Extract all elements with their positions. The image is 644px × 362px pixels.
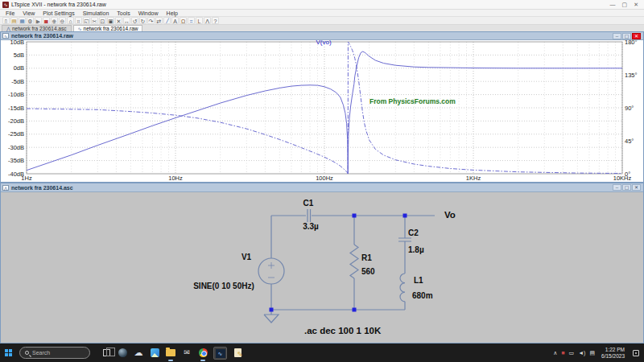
search-icon [25, 351, 29, 355]
start-button[interactable] [5, 349, 13, 357]
waveform-pane-titlebar[interactable]: ∿ network fra 230614.raw – ▢ ✕ [1, 32, 643, 40]
task-view-button[interactable] [101, 348, 112, 359]
pane-close-button[interactable]: ✕ [632, 184, 641, 191]
taskbar-app-explorer[interactable] [165, 348, 176, 359]
inductor-icon[interactable]: L [196, 17, 203, 24]
menu-item[interactable]: Window [134, 10, 163, 17]
menu-item[interactable]: Help [163, 10, 182, 17]
y-right-tick-label: 90° [625, 105, 634, 112]
y-right-tick-label: 180° [625, 40, 638, 46]
pane-restore-button[interactable]: ▢ [622, 184, 631, 191]
resistor-icon[interactable]: Ω [180, 17, 187, 24]
copy-icon[interactable]: ⊡ [99, 17, 106, 24]
cut-icon[interactable]: ✂ [91, 17, 98, 24]
zoom-out-icon[interactable]: ⊖ [59, 17, 66, 24]
taskbar-app-mail[interactable]: ✉ [181, 348, 192, 359]
waveform-tab-icon: ∿ [78, 26, 82, 31]
save-icon[interactable]: ▦ [19, 17, 26, 24]
tab-waveform[interactable]: ∿ network fra 230614.raw [73, 25, 143, 31]
paste-icon[interactable]: ▣ [107, 17, 114, 24]
menu-item[interactable]: Plot Settings [39, 10, 78, 17]
volume-tray-icon[interactable]: ◄) [578, 349, 585, 357]
capacitor-c1-symbol[interactable] [308, 209, 311, 222]
browser-globe-icon [118, 348, 127, 357]
x-tick-label: 100Hz [316, 175, 333, 182]
redo-icon[interactable]: ↻ [139, 17, 147, 24]
run-icon[interactable]: ▶ [35, 17, 42, 24]
wire-icon[interactable]: ╱ [163, 17, 171, 24]
minimize-window-icon[interactable]: — [610, 1, 616, 9]
label-net-icon[interactable]: A [171, 17, 179, 24]
spice-directive[interactable]: .ac dec 100 1 10K [304, 326, 382, 335]
c1-value-label[interactable]: 3.3µ [303, 222, 319, 231]
mirror-icon[interactable]: ⇄ [155, 17, 163, 24]
halt-icon[interactable]: ◼ [43, 17, 50, 24]
hidden-icons-chevron[interactable]: ∧ [553, 349, 557, 357]
ltspice-app-icon: ∿ [2, 2, 9, 8]
net-label-vo[interactable]: Vo [444, 210, 456, 220]
pane-minimize-button[interactable]: – [613, 33, 621, 39]
display-tray-icon[interactable]: ▭ [569, 349, 575, 357]
zoom-full-icon[interactable]: ⌂ [67, 17, 74, 24]
taskbar-app-edge[interactable] [117, 348, 128, 359]
schematic-canvas[interactable]: C1 3.3µ V1 SINE(0 10 50Hz) R1 560 C2 1.8… [1, 192, 643, 343]
zoom-in-icon[interactable]: ⊕ [51, 17, 58, 24]
search-box[interactable]: Search [19, 347, 90, 359]
pane-restore-button[interactable]: ▢ [622, 33, 631, 39]
help-icon[interactable]: ? [212, 17, 219, 24]
x-tick-label: 10KHz [613, 175, 632, 182]
schematic-drawing: C1 3.3µ V1 SINE(0 10 50Hz) R1 560 C2 1.8… [1, 192, 643, 343]
app-titlebar[interactable]: ∿ LTspice XVII - network fra 230614.raw … [0, 0, 644, 10]
rotate-icon[interactable]: ↷ [147, 17, 155, 24]
delete-icon[interactable]: ✕ [115, 17, 122, 24]
new-schematic-icon[interactable]: ▯ [2, 17, 10, 24]
document-tabbar: ⋀ network fra 230614.asc ∿ network fra 2… [0, 25, 644, 31]
menu-item[interactable]: View [19, 10, 39, 17]
c1-name-label[interactable]: C1 [303, 199, 314, 208]
trace-label[interactable]: V(vo) [316, 40, 331, 46]
l1-value-label[interactable]: 680m [412, 291, 433, 300]
taskbar-app-notes[interactable] [232, 348, 243, 359]
taskbar-app-ltspice-active[interactable]: ∿ [213, 348, 227, 359]
menu-item[interactable]: File [2, 10, 19, 17]
capacitor-c2-symbol[interactable] [398, 216, 411, 274]
tab-schematic[interactable]: ⋀ network fra 230614.asc [2, 25, 72, 31]
notification-center-icon[interactable] [633, 350, 639, 356]
y-left-tick-label: -15dB [8, 105, 24, 112]
desktop: ∿ LTspice XVII - network fra 230614.raw … [0, 0, 644, 362]
pane-close-button[interactable]: ✕ [632, 33, 641, 39]
inductor-l1-symbol[interactable] [400, 274, 405, 310]
folder-tray-icon[interactable]: ▤ [589, 349, 595, 357]
schematic-pane-titlebar[interactable]: ⋀ network fra 230614.asc – ▢ ✕ [1, 183, 643, 192]
c2-value-label[interactable]: 1.8µ [408, 245, 424, 254]
taskbar-app-chrome[interactable] [197, 348, 208, 359]
bode-plot[interactable]: 10dB5dB0dB-5dB-10dB-15dB-20dB-25dB-30dB-… [1, 40, 643, 182]
voltage-source-v1-symbol[interactable] [258, 258, 284, 284]
r1-name-label[interactable]: R1 [361, 253, 372, 262]
open-icon[interactable]: ▤ [10, 17, 18, 24]
pane-minimize-button[interactable]: – [613, 184, 621, 191]
taskbar-clock[interactable]: 1:22 PM 6/15/2023 [601, 347, 625, 359]
taskbar-app-onedrive[interactable]: ☁ [133, 348, 144, 359]
taskbar-app-photos[interactable] [149, 348, 160, 359]
control-panel-icon[interactable]: ⚙ [27, 17, 34, 24]
tray-app-red-icon[interactable]: ■ [561, 349, 564, 357]
close-window-icon[interactable]: ✕ [634, 1, 638, 9]
resistor-r1-symbol[interactable] [350, 245, 358, 278]
c2-name-label[interactable]: C2 [408, 228, 419, 237]
v1-value-label[interactable]: SINE(0 10 50Hz) [193, 282, 254, 290]
move-icon[interactable]: ↔ [123, 17, 130, 24]
menu-item[interactable]: Tools [113, 10, 134, 17]
restore-window-icon[interactable]: ▢ [622, 1, 628, 9]
grid-icon[interactable]: ⌗ [75, 17, 82, 24]
l1-name-label[interactable]: L1 [414, 276, 423, 285]
wire-left-bottom[interactable] [271, 216, 405, 310]
component-icon[interactable]: ⋀ [204, 17, 211, 24]
capacitor-icon[interactable]: = [188, 17, 195, 24]
plot-canvas[interactable]: 10dB5dB0dB-5dB-10dB-15dB-20dB-25dB-30dB-… [1, 40, 643, 182]
undo-icon[interactable]: ↺ [131, 17, 138, 24]
v1-name-label[interactable]: V1 [242, 253, 252, 261]
r1-value-label[interactable]: 560 [361, 267, 375, 276]
autorange-icon[interactable]: ◱ [83, 17, 90, 24]
menu-item[interactable]: Simulation [79, 10, 114, 17]
